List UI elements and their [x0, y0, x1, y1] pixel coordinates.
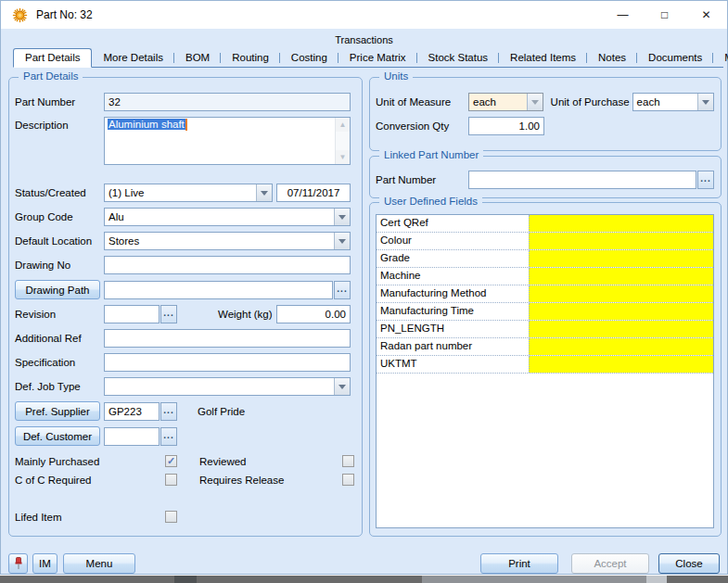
specification-label: Specification	[15, 357, 104, 368]
chevron-down-icon[interactable]	[334, 378, 350, 395]
chevron-down-icon[interactable]	[256, 184, 272, 201]
tab-notes[interactable]: Notes	[587, 49, 637, 67]
udf-field-name: Machine	[377, 268, 529, 285]
drawing-no-field[interactable]	[104, 256, 351, 274]
pref-supplier-code-field[interactable]: GP223	[104, 402, 160, 421]
print-button[interactable]: Print	[480, 553, 558, 574]
tab-part-details[interactable]: Part Details	[13, 48, 92, 68]
conversion-qty-row: Conversion Qty 1.00	[376, 117, 709, 135]
udf-field-name: Colour	[377, 233, 529, 249]
group-code-label: Group Code	[15, 211, 104, 222]
chevron-down-icon[interactable]	[334, 233, 350, 249]
pin-button[interactable]	[8, 553, 28, 574]
udf-field-value[interactable]	[529, 321, 713, 337]
tab-routing[interactable]: Routing	[221, 49, 280, 67]
chevron-down-icon[interactable]	[697, 94, 713, 110]
def-customer-code-field[interactable]	[104, 427, 160, 446]
udf-field-value[interactable]	[529, 233, 713, 249]
background-window-fragment	[646, 576, 667, 583]
additional-ref-row: Additional Ref	[15, 329, 351, 348]
description-row: Description Aluminium shaft ▲ ▼	[15, 117, 351, 165]
group-code-row: Group Code Alu	[15, 208, 351, 226]
text-caret	[185, 119, 187, 131]
linked-part-number-group-title: Linked Part Number	[379, 149, 483, 160]
sun-app-icon	[12, 7, 28, 23]
chevron-down-icon[interactable]	[334, 209, 350, 225]
tab-price-matrix[interactable]: Price Matrix	[338, 49, 417, 67]
requires-release-checkbox[interactable]	[342, 474, 354, 486]
udf-field-value[interactable]	[529, 338, 713, 355]
status-value: (1) Live	[109, 187, 144, 198]
udf-field-value[interactable]	[529, 303, 713, 320]
tab-costing[interactable]: Costing	[280, 49, 338, 67]
description-field[interactable]: Aluminium shaft ▲ ▼	[104, 117, 351, 165]
background-window-fragment	[422, 576, 654, 583]
drawing-no-label: Drawing No	[15, 260, 104, 271]
close-icon[interactable]: ✕	[685, 1, 727, 29]
scroll-up-icon[interactable]: ▲	[336, 118, 350, 132]
weight-field[interactable]: 0.00	[276, 305, 351, 323]
close-button[interactable]: Close	[658, 553, 720, 574]
footer-bar: IM Menu Print Accept Close	[1, 551, 727, 576]
drawing-path-field[interactable]	[104, 281, 333, 299]
udf-field-value[interactable]	[529, 250, 713, 267]
part-number-row: Part Number 32	[15, 93, 351, 111]
udf-field-value[interactable]	[529, 215, 713, 232]
def-customer-button[interactable]: Def. Customer	[15, 426, 100, 446]
tab-stock-status[interactable]: Stock Status	[417, 49, 500, 67]
pref-supplier-row: Pref. Supplier GP223 ... Golf Pride	[15, 401, 351, 421]
def-job-type-select[interactable]	[104, 377, 351, 396]
units-group-title: Units	[379, 70, 413, 82]
mainly-purchased-checkbox[interactable]: ✓	[165, 455, 177, 467]
linked-part-number-field[interactable]	[468, 171, 696, 189]
c-of-c-required-checkbox[interactable]	[165, 474, 177, 486]
background-window-strip	[0, 576, 728, 583]
user-defined-fields-table: Cert QRef Colour Grade Machine Manufactu…	[376, 214, 714, 528]
part-number-field[interactable]: 32	[104, 93, 351, 111]
udf-field-value[interactable]	[529, 356, 713, 373]
pushpin-icon	[14, 557, 23, 570]
linked-part-number-browse-button[interactable]: ...	[697, 171, 714, 189]
scroll-down-icon[interactable]: ▼	[336, 150, 350, 164]
pref-supplier-button[interactable]: Pref. Supplier	[15, 401, 100, 421]
drawing-path-button[interactable]: Drawing Path	[15, 280, 100, 299]
status-select[interactable]: (1) Live	[104, 184, 273, 202]
part-window: Part No: 32 — □ ✕ Transactions Part Deta…	[0, 0, 728, 575]
def-customer-row: Def. Customer ...	[15, 426, 351, 446]
conversion-qty-field[interactable]: 1.00	[468, 117, 544, 135]
revision-field[interactable]	[104, 305, 160, 323]
def-customer-browse-button[interactable]: ...	[160, 427, 177, 446]
tab-more-details[interactable]: More Details	[92, 49, 174, 67]
pref-supplier-browse-button[interactable]: ...	[160, 402, 177, 421]
drawing-path-row: Drawing Path ...	[15, 280, 351, 299]
checkbox-row-1: Mainly Purchased ✓ Reviewed	[15, 455, 354, 467]
udf-field-value[interactable]	[529, 285, 713, 302]
revision-browse-button[interactable]: ...	[160, 305, 177, 323]
specification-field[interactable]	[104, 353, 351, 372]
maximize-icon[interactable]: □	[644, 1, 685, 29]
default-location-select[interactable]: Stores	[104, 232, 351, 250]
reviewed-checkbox[interactable]	[342, 455, 354, 467]
lifed-item-checkbox[interactable]	[165, 511, 177, 523]
tab-documents[interactable]: Documents	[637, 49, 713, 67]
menu-button[interactable]: Menu	[63, 553, 135, 574]
drawing-path-browse-button[interactable]: ...	[334, 281, 351, 299]
created-date-field[interactable]: 07/11/2017	[276, 184, 351, 202]
unit-of-measure-select[interactable]: each	[468, 93, 543, 111]
accept-button: Accept	[571, 553, 649, 574]
udf-field-value[interactable]	[529, 268, 713, 285]
reviewed-label: Reviewed	[199, 456, 337, 467]
tab-messages[interactable]: Messages	[713, 49, 728, 67]
tab-related-items[interactable]: Related Items	[499, 49, 587, 67]
im-button[interactable]: IM	[32, 553, 57, 574]
minimize-icon[interactable]: —	[602, 1, 644, 29]
window-controls: — □ ✕	[602, 1, 727, 29]
tab-bom[interactable]: BOM	[174, 49, 221, 67]
additional-ref-field[interactable]	[104, 329, 351, 348]
linked-part-number-group: Linked Part Number Part Number ...	[369, 156, 722, 198]
revision-weight-row: Revision ... Weight (kg) 0.00	[15, 305, 351, 323]
description-scrollbar[interactable]: ▲ ▼	[335, 118, 350, 164]
checkbox-row-3: Lifed Item	[15, 511, 354, 523]
unit-of-purchase-select[interactable]: each	[632, 93, 714, 111]
group-code-select[interactable]: Alu	[104, 208, 351, 226]
